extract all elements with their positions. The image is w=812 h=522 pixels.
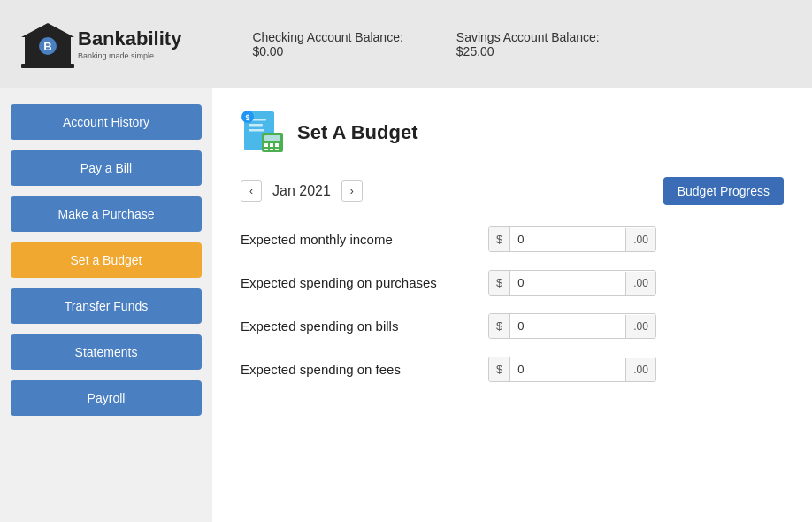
sidebar-item-make-a-purchase[interactable]: Make a Purchase (11, 196, 202, 232)
svg-rect-8 (249, 124, 263, 127)
checking-label: Checking Account Balance: (252, 30, 402, 44)
income-row: Expected monthly income $ .00 (241, 226, 784, 252)
budget-progress-button[interactable]: Budget Progress (663, 177, 784, 205)
sidebar-item-account-history[interactable]: Account History (11, 104, 202, 140)
bills-prefix: $ (489, 314, 510, 338)
svg-rect-17 (264, 149, 268, 150)
savings-balance: Savings Account Balance: $25.00 (456, 30, 600, 58)
month-label: Jan 2021 (272, 183, 331, 199)
svg-rect-16 (275, 143, 279, 147)
bills-input-group: $ .00 (488, 313, 656, 339)
month-nav: ‹ Jan 2021 › Budget Progress (241, 177, 784, 205)
fees-prefix: $ (489, 357, 510, 381)
svg-rect-15 (270, 143, 273, 147)
purchases-prefix: $ (489, 271, 510, 295)
purchases-input-group: $ .00 (488, 270, 656, 296)
checking-balance: Checking Account Balance: $0.00 (252, 30, 402, 58)
fees-input[interactable] (510, 357, 625, 381)
balance-section: Checking Account Balance: $0.00 Savings … (252, 30, 599, 58)
app-header: B Bankability Banking made simple Checki… (0, 0, 812, 88)
savings-label: Savings Account Balance: (456, 30, 600, 44)
bills-suffix: .00 (625, 315, 655, 338)
purchases-label: Expected spending on purchases (241, 275, 488, 290)
sidebar-item-transfer-funds[interactable]: Transfer Funds (11, 288, 202, 324)
savings-value: $25.00 (456, 44, 600, 58)
svg-marker-2 (21, 23, 74, 37)
checking-value: $0.00 (252, 44, 402, 58)
svg-rect-9 (249, 129, 264, 132)
month-prev-button[interactable]: ‹ (241, 180, 262, 202)
fees-suffix: .00 (625, 358, 655, 381)
logo-text: Bankability Banking made simple (78, 27, 181, 59)
svg-rect-14 (264, 143, 268, 147)
sidebar-item-statements[interactable]: Statements (11, 334, 202, 370)
bills-input[interactable] (510, 314, 625, 338)
logo-area: B Bankability Banking made simple (21, 19, 181, 68)
svg-rect-13 (264, 135, 280, 141)
sidebar: Account History Pay a Bill Make a Purcha… (0, 88, 212, 522)
fees-label: Expected spending on fees (241, 362, 488, 377)
sidebar-item-payroll[interactable]: Payroll (11, 380, 202, 416)
fees-input-group: $ .00 (488, 357, 656, 382)
main-layout: Account History Pay a Bill Make a Purcha… (0, 88, 812, 522)
page-title: Set A Budget (297, 121, 417, 144)
svg-rect-5 (21, 64, 74, 68)
sidebar-item-set-a-budget[interactable]: Set a Budget (11, 242, 202, 278)
income-label: Expected monthly income (241, 232, 488, 247)
sidebar-item-pay-a-bill[interactable]: Pay a Bill (11, 150, 202, 186)
purchases-row: Expected spending on purchases $ .00 (241, 270, 784, 296)
purchases-suffix: .00 (625, 272, 655, 295)
logo-icon: B (21, 19, 74, 68)
income-input[interactable] (510, 227, 625, 251)
fees-row: Expected spending on fees $ .00 (241, 357, 784, 382)
svg-rect-18 (270, 149, 273, 150)
income-prefix: $ (489, 227, 510, 251)
income-suffix: .00 (625, 228, 655, 251)
bills-label: Expected spending on bills (241, 319, 488, 334)
page-header: $ Set A Budget (241, 110, 784, 156)
budget-icon: $ (241, 110, 287, 156)
content-area: $ Set A Budget ‹ Jan 2021 › Budget Progr… (212, 88, 812, 522)
brand-name: Bankability (78, 27, 181, 50)
purchases-input[interactable] (510, 271, 625, 295)
income-input-group: $ .00 (488, 226, 656, 252)
svg-rect-19 (275, 149, 279, 150)
svg-text:B: B (43, 40, 51, 53)
month-next-button[interactable]: › (341, 180, 363, 202)
brand-tagline: Banking made simple (78, 51, 181, 60)
bills-row: Expected spending on bills $ .00 (241, 313, 784, 339)
svg-text:$: $ (245, 113, 249, 122)
